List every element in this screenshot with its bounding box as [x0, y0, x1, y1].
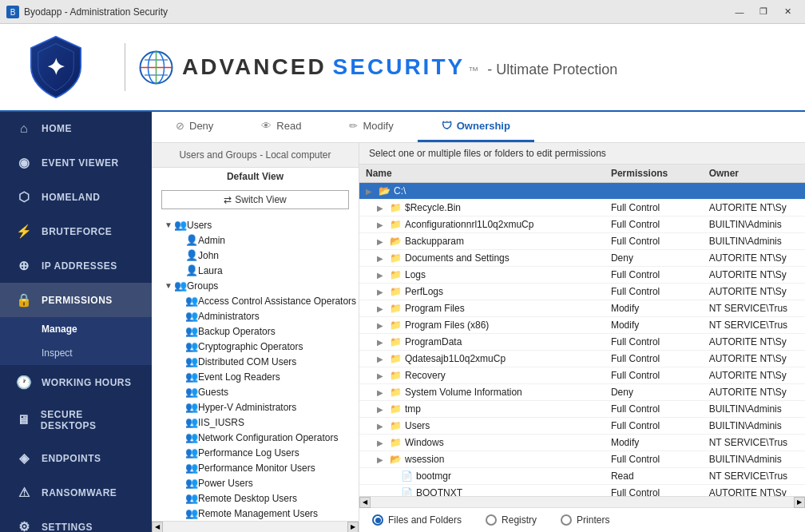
row-owner-cell: AUTORITE NT\Sy — [703, 367, 805, 384]
close-button[interactable]: ✕ — [776, 4, 799, 20]
table-row[interactable]: ▶📁ProgramDataFull ControlAUTORITE NT\Sy — [359, 334, 805, 351]
sidebar-item-endpoints[interactable]: ◈ ENDPOINTS — [0, 441, 152, 475]
tree-power-users[interactable]: 👥 Power Users — [152, 475, 359, 490]
tree-iis-iusrs[interactable]: 👥 IIS_IUSRS — [152, 415, 359, 430]
sidebar-item-permissions[interactable]: 🔒 PERMISSIONS — [0, 283, 152, 317]
row-name-label: ProgramData — [405, 336, 462, 347]
tree-groups-group[interactable]: ▼ 👥 Groups — [152, 278, 359, 293]
iis-iusrs-icon: 👥 — [185, 416, 198, 428]
sidebar-item-secure-desktops[interactable]: 🖥 SECURE DESKTOPS — [0, 399, 152, 441]
option-printers[interactable]: Printers — [561, 514, 609, 526]
radio-printers[interactable] — [561, 514, 572, 526]
sidebar-item-settings[interactable]: ⚙ SETTINGS — [0, 510, 152, 532]
svg-text:✦: ✦ — [47, 54, 65, 80]
tree-crypto-operators[interactable]: 👥 Cryptographic Operators — [152, 339, 359, 354]
right-pane-hscroll[interactable]: ◀ ▶ — [359, 496, 805, 507]
minimize-button[interactable]: — — [728, 4, 751, 20]
row-permissions-cell: Full Control — [605, 401, 703, 418]
table-row[interactable]: ▶📁tmpFull ControlBUILTIN\Adminis — [359, 401, 805, 418]
remote-desktop-icon: 👥 — [185, 492, 198, 504]
row-owner-cell: BUILTIN\Adminis — [703, 451, 805, 468]
tree-user-admin[interactable]: 👤 Admin — [152, 232, 359, 248]
radio-registry[interactable] — [486, 514, 497, 526]
sidebar-item-bruteforce[interactable]: ⚡ BRUTEFORCE — [0, 214, 152, 248]
homeland-icon: ⬡ — [16, 189, 32, 204]
table-row[interactable]: ▶📁Aconfigurationnrl1L0q2xmuCpFull Contro… — [359, 216, 805, 233]
table-row[interactable]: ▶📁WindowsModifyNT SERVICE\Trus — [359, 435, 805, 451]
sidebar-item-ransomware[interactable]: ⚠ RANSOMWARE — [0, 475, 152, 510]
row-permissions-cell: Full Control — [605, 334, 703, 351]
right-scroll-left[interactable]: ◀ — [359, 497, 371, 508]
permissions-table[interactable]: Name Permissions Owner ▶📂C:\▶📁$Recycle.B… — [359, 165, 805, 496]
tree-access-control[interactable]: 👥 Access Control Assistance Operators — [152, 293, 359, 308]
tree-perf-monitor[interactable]: 👥 Performance Monitor Users — [152, 460, 359, 475]
row-permissions-cell: Full Control — [605, 351, 703, 367]
ip-icon: ⊕ — [16, 258, 32, 273]
tree-remote-mgmt[interactable]: 👥 Remote Management Users — [152, 506, 359, 521]
option-files-folders[interactable]: Files and Folders — [372, 514, 462, 526]
remote-mgmt-label: Remote Management Users — [198, 508, 318, 519]
sidebar-item-homeland[interactable]: ⬡ HOMELAND — [0, 180, 152, 214]
tab-read[interactable]: 👁 Read — [237, 112, 325, 142]
power-users-icon: 👥 — [185, 477, 198, 489]
table-row[interactable]: ▶📁UsersFull ControlBUILTIN\Adminis — [359, 418, 805, 435]
restore-button[interactable]: ❐ — [752, 4, 775, 20]
sidebar-item-event-viewer[interactable]: ◉ EVENT VIEWER — [0, 145, 152, 180]
tab-modify[interactable]: ✏ Modify — [325, 112, 417, 142]
event-viewer-icon: ◉ — [16, 155, 32, 170]
row-file-icon: 📂 — [390, 236, 402, 247]
administrators-icon: 👥 — [185, 310, 198, 322]
right-pane-header: Select one or multiple files or folders … — [359, 143, 805, 165]
radio-files-folders[interactable] — [372, 514, 383, 526]
row-file-icon: 📁 — [390, 320, 402, 331]
settings-icon: ⚙ — [16, 519, 32, 532]
sidebar-item-home[interactable]: ⌂ HOME — [0, 112, 152, 145]
tree-users-group[interactable]: ▼ 👥 Users — [152, 217, 359, 232]
sidebar-item-ip-addresses[interactable]: ⊕ IP ADDRESSES — [0, 248, 152, 283]
table-row[interactable]: ▶📁Documents and SettingsDenyAUTORITE NT\… — [359, 250, 805, 267]
table-row[interactable]: ▶📁RecoveryFull ControlAUTORITE NT\Sy — [359, 367, 805, 384]
table-row[interactable]: 📄bootmgrReadNT SERVICE\Trus — [359, 468, 805, 485]
switch-view-button[interactable]: ⇄ Switch View — [161, 190, 349, 209]
tab-ownership[interactable]: 🛡 Ownership — [418, 112, 534, 142]
scroll-left-btn[interactable]: ◀ — [152, 522, 163, 533]
tree-remote-desktop[interactable]: 👥 Remote Desktop Users — [152, 490, 359, 506]
tree-backup-operators[interactable]: 👥 Backup Operators — [152, 324, 359, 339]
tree-perf-log[interactable]: 👥 Performance Log Users — [152, 445, 359, 460]
table-row[interactable]: ▶📂BackupparamFull ControlBUILTIN\Adminis — [359, 233, 805, 250]
scroll-track[interactable] — [163, 522, 347, 532]
row-name-label: Program Files — [405, 303, 465, 314]
scroll-right-btn[interactable]: ▶ — [347, 522, 359, 533]
user-groups-tree[interactable]: ▼ 👥 Users 👤 Admin 👤 — [152, 214, 359, 521]
table-row[interactable]: 📄BOOTNXTFull ControlAUTORITE NT\Sy — [359, 485, 805, 497]
tree-user-john[interactable]: 👤 John — [152, 248, 359, 263]
app-icon: B — [6, 6, 19, 18]
tree-network-config[interactable]: 👥 Network Configuration Operators — [152, 430, 359, 445]
table-row[interactable]: ▶📁Program Files (x86)ModifyNT SERVICE\Tr… — [359, 317, 805, 334]
table-row[interactable]: ▶📂C:\ — [359, 183, 805, 200]
tree-administrators[interactable]: 👥 Administrators — [152, 308, 359, 324]
tree-user-laura[interactable]: 👤 Laura — [152, 263, 359, 278]
tab-deny[interactable]: ⊘ Deny — [152, 112, 237, 142]
tree-guests[interactable]: 👥 Guests — [152, 384, 359, 399]
table-row[interactable]: ▶📁System Volume InformationDenyAUTORITE … — [359, 384, 805, 401]
tree-distributed-com[interactable]: 👥 Distributed COM Users — [152, 354, 359, 369]
sidebar-item-working-hours[interactable]: 🕐 WORKING HOURS — [0, 365, 152, 399]
files-folders-label: Files and Folders — [388, 514, 462, 526]
table-row[interactable]: ▶📁Qdatesajb1L0q2xmuCpFull ControlAUTORIT… — [359, 351, 805, 367]
right-scroll-right[interactable]: ▶ — [794, 497, 805, 508]
table-row[interactable]: ▶📁PerfLogsFull ControlAUTORITE NT\Sy — [359, 284, 805, 300]
table-row[interactable]: ▶📂wsessionFull ControlBUILTIN\Adminis — [359, 451, 805, 468]
row-name-cell: ▶📁ProgramData — [359, 334, 605, 351]
sidebar-sub-manage[interactable]: Manage — [0, 317, 152, 341]
tree-event-log[interactable]: 👥 Event Log Readers — [152, 369, 359, 384]
row-name-label: wsession — [405, 454, 444, 465]
table-row[interactable]: ▶📁LogsFull ControlAUTORITE NT\Sy — [359, 267, 805, 284]
sidebar-sub-inspect[interactable]: Inspect — [0, 341, 152, 365]
left-pane-scrollbar[interactable]: ◀ ▶ — [152, 521, 359, 532]
tree-hyperv[interactable]: 👥 Hyper-V Administrators — [152, 399, 359, 415]
table-row[interactable]: ▶📁$Recycle.BinFull ControlAUTORITE NT\Sy — [359, 200, 805, 216]
option-registry[interactable]: Registry — [486, 514, 537, 526]
right-scroll-track[interactable] — [371, 497, 794, 507]
table-row[interactable]: ▶📁Program FilesModifyNT SERVICE\Trus — [359, 300, 805, 317]
